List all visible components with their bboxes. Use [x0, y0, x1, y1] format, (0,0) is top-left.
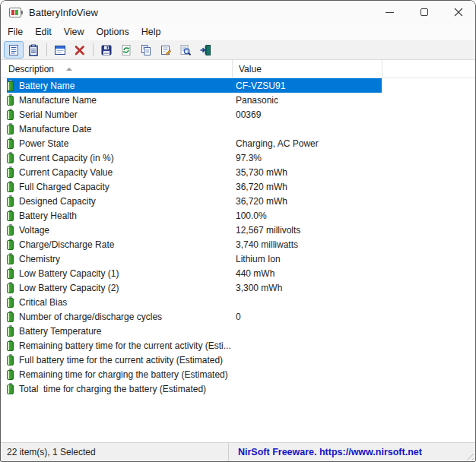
toolbar-button-battery-information-view[interactable] — [4, 41, 24, 59]
toolbar-button-exit[interactable] — [195, 41, 215, 59]
maximize-button[interactable] — [407, 1, 441, 24]
battery-icon — [7, 153, 14, 163]
table-row[interactable]: Power State Charging, AC Power — [7, 136, 382, 150]
row-description: Remaining time for charging the battery … — [19, 369, 232, 380]
table-row[interactable]: Full battery time for the current activi… — [7, 353, 382, 367]
row-description: Full Charged Capacity — [19, 182, 232, 192]
row-value: 0 — [232, 312, 382, 322]
row-value: 12,567 millivolts — [232, 225, 382, 236]
row-description: Serial Number — [19, 109, 232, 120]
column-header-description[interactable]: Description — [1, 60, 233, 78]
battery-icon — [7, 168, 14, 178]
table-row[interactable]: Remaining time for charging the battery … — [7, 367, 382, 381]
row-value: 3,740 milliwatts — [232, 239, 382, 250]
row-description: Low Battery Capacity (2) — [19, 283, 232, 293]
table-row[interactable]: Chemistry Lithium Ion — [7, 252, 382, 266]
table-row[interactable]: Serial Number 00369 — [7, 107, 382, 122]
row-description: Critical Bias — [19, 297, 232, 308]
toolbar-button-save-report[interactable] — [97, 41, 116, 59]
row-description: Battery Temperature — [19, 326, 232, 337]
column-label: Description — [8, 64, 54, 74]
exit-icon — [199, 44, 211, 56]
table-row[interactable]: Number of charge/discharge cycles 0 — [7, 309, 382, 324]
table-row[interactable]: Manufacture Date — [7, 122, 382, 136]
table-row[interactable]: Designed Capacity 36,720 mWh — [7, 194, 382, 208]
battery-icon — [7, 283, 14, 293]
app-window: BatteryInfoView FileEditViewOptionsHelp — [0, 0, 476, 462]
row-value: 36,720 mWh — [232, 196, 382, 207]
battery-icon — [7, 139, 14, 149]
battery-icon — [7, 341, 14, 351]
battery-icon — [7, 81, 14, 91]
window-title: BatteryInfoView — [29, 7, 98, 18]
battery-icon — [7, 240, 14, 250]
minimize-button[interactable] — [373, 1, 407, 24]
battery-icon — [7, 327, 14, 337]
nirsoft-link[interactable]: NirSoft Freeware. https://www.nirsoft.ne… — [238, 447, 422, 457]
table-row[interactable]: Total time for charging the battery (Est… — [7, 381, 382, 396]
toolbar-button-refresh[interactable] — [116, 41, 136, 59]
table-row[interactable]: Charge/Discharge Rate 3,740 milliwatts — [7, 237, 382, 252]
menu-item-file[interactable]: File — [2, 25, 29, 39]
column-header-value[interactable]: Value — [233, 60, 382, 78]
toolbar-button-find[interactable] — [176, 41, 195, 59]
window-icon — [54, 44, 66, 56]
table-row[interactable]: Low Battery Capacity (1) 440 mWh — [7, 266, 382, 280]
app-icon-green-bar — [15, 10, 18, 15]
row-value: Charging, AC Power — [232, 138, 382, 149]
row-description: Chemistry — [19, 254, 232, 264]
row-value: Lithium Ion — [232, 254, 382, 264]
table-row[interactable]: Full Charged Capacity 36,720 mWh — [7, 179, 382, 194]
toolbar-button-delete[interactable] — [70, 41, 90, 59]
row-value: 35,730 mWh — [232, 167, 382, 178]
battery-icon — [7, 197, 14, 207]
table-row[interactable]: Battery Name CF-VZSU91 — [7, 78, 382, 93]
clipboard-icon — [27, 44, 40, 56]
red-x-icon — [74, 44, 86, 56]
row-description: Manufacture Name — [19, 95, 232, 106]
row-description: Full battery time for the current activi… — [19, 355, 232, 365]
row-value: 36,720 mWh — [232, 182, 382, 192]
row-value: 100.0% — [232, 210, 382, 221]
menu-item-help[interactable]: Help — [135, 25, 167, 39]
table-row[interactable]: Low Battery Capacity (2) 3,300 mWh — [7, 280, 382, 295]
table-row[interactable]: Voltage 12,567 millivolts — [7, 223, 382, 237]
toolbar-button-copy-selected[interactable] — [136, 41, 156, 59]
toolbar-separator — [93, 43, 94, 56]
sort-ascending-icon — [66, 68, 72, 71]
row-description: Low Battery Capacity (1) — [19, 268, 232, 279]
row-description: Battery Name — [19, 81, 232, 91]
table-row[interactable]: Battery Health 100.0% — [7, 208, 382, 223]
row-value: 3,300 mWh — [232, 283, 382, 293]
row-description: Number of charge/discharge cycles — [19, 312, 232, 322]
battery-icon — [7, 269, 14, 279]
table-row[interactable]: Current Capacity (in %) 97.3% — [7, 150, 382, 165]
table-row[interactable]: Current Capacity Value 35,730 mWh — [7, 165, 382, 179]
toolbar-button-battery-log-view[interactable] — [24, 41, 43, 59]
list-header: Description Value — [1, 60, 475, 78]
battery-icon — [7, 96, 14, 106]
toolbar — [1, 40, 475, 60]
close-button[interactable] — [441, 1, 475, 24]
menu-item-options[interactable]: Options — [90, 25, 135, 39]
battery-icon — [7, 182, 14, 192]
toolbar-button-properties[interactable] — [156, 41, 176, 59]
column-label: Value — [239, 64, 262, 74]
toolbar-button-options-window[interactable] — [50, 41, 70, 59]
battery-icon — [7, 255, 14, 264]
app-icon-red-bar — [11, 10, 14, 15]
row-description: Designed Capacity — [19, 196, 232, 207]
battery-icon — [7, 110, 14, 120]
row-description: Remaining battery time for the current a… — [19, 340, 232, 351]
battery-icon — [7, 298, 14, 308]
table-row[interactable]: Manufacture Name Panasonic — [7, 93, 382, 107]
refresh-icon — [120, 44, 132, 56]
row-description: Manufacture Date — [19, 124, 232, 134]
row-description: Battery Health — [19, 210, 232, 221]
table-row[interactable]: Critical Bias — [7, 295, 382, 309]
table-row[interactable]: Remaining battery time for the current a… — [7, 338, 382, 353]
battery-icon — [7, 312, 14, 322]
menu-item-edit[interactable]: Edit — [29, 25, 58, 39]
table-row[interactable]: Battery Temperature — [7, 324, 382, 338]
menu-item-view[interactable]: View — [58, 25, 90, 39]
